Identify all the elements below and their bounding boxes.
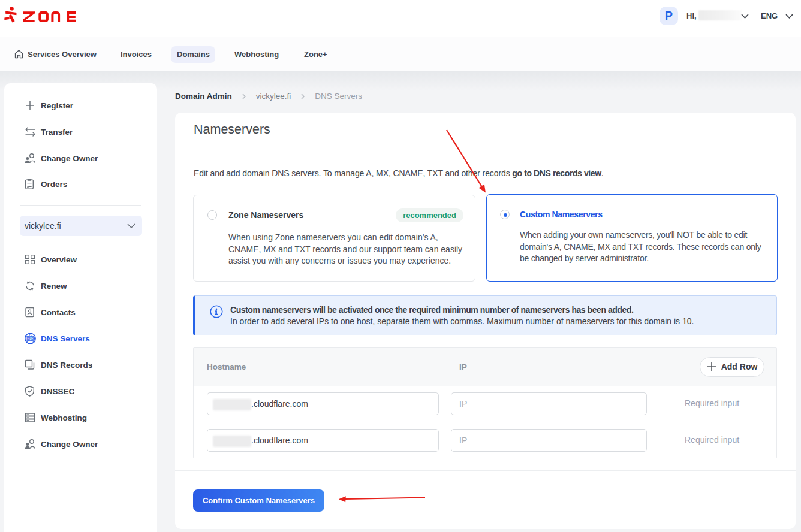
svg-text:DNS: DNS [27,337,34,340]
